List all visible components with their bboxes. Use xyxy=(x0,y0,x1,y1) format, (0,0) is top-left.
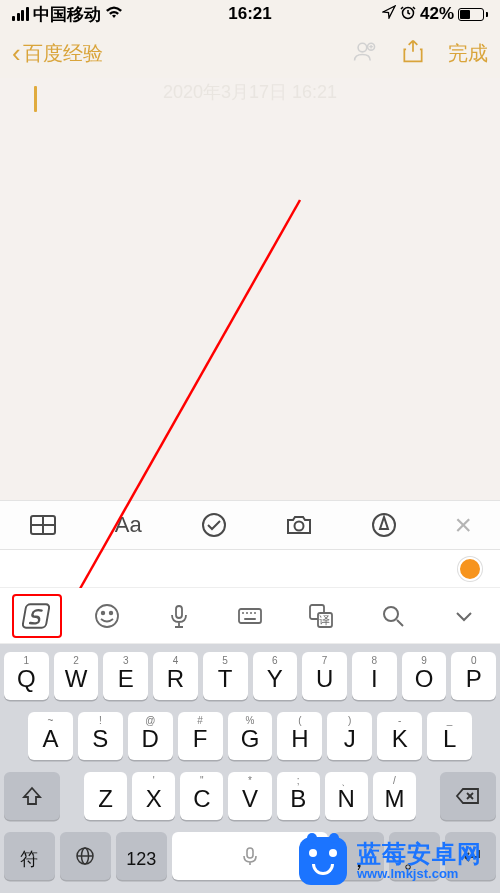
key-o[interactable]: 9O xyxy=(402,652,447,700)
key-g[interactable]: %G xyxy=(228,712,273,760)
key-s[interactable]: !S xyxy=(78,712,123,760)
symbol-key[interactable]: 符 xyxy=(4,832,55,880)
table-icon[interactable] xyxy=(28,510,58,540)
key-p[interactable]: 0P xyxy=(451,652,496,700)
battery-icon xyxy=(458,8,488,21)
key-i[interactable]: 8I xyxy=(352,652,397,700)
key-r[interactable]: 4R xyxy=(153,652,198,700)
checklist-icon[interactable] xyxy=(199,510,229,540)
backspace-key[interactable] xyxy=(440,772,496,820)
key-h[interactable]: (H xyxy=(277,712,322,760)
key-j[interactable]: )J xyxy=(327,712,372,760)
keyboard: 1Q2W3E4R5T6Y7U8I9O0P ~A!S@D#F%G(H)J-K_L … xyxy=(0,644,500,893)
alarm-icon xyxy=(400,4,416,25)
emoji-picker-button[interactable] xyxy=(71,602,142,630)
nav-bar: ‹ 百度经验 完成 xyxy=(0,28,500,78)
key-a[interactable]: ~A xyxy=(28,712,73,760)
key-u[interactable]: 7U xyxy=(302,652,347,700)
svg-point-11 xyxy=(96,605,118,627)
key-b[interactable]: ;B xyxy=(277,772,320,820)
globe-key[interactable] xyxy=(60,832,111,880)
emoji-suggestion-strip[interactable] xyxy=(0,550,500,588)
key-l[interactable]: _L xyxy=(427,712,472,760)
number-key[interactable]: 123 xyxy=(116,832,167,880)
camera-icon[interactable] xyxy=(284,510,314,540)
key-q[interactable]: 1Q xyxy=(4,652,49,700)
location-icon xyxy=(382,4,396,24)
battery-percent: 42% xyxy=(420,4,454,24)
key-f[interactable]: #F xyxy=(178,712,223,760)
key-n[interactable]: 、N xyxy=(325,772,368,820)
collapse-keyboard-button[interactable] xyxy=(429,602,500,630)
emoji-suggestion-icon[interactable] xyxy=(458,557,482,581)
svg-point-1 xyxy=(358,43,367,52)
keyboard-row-3: Z'X"C*V;B、N/M xyxy=(4,772,496,820)
chevron-left-icon: ‹ xyxy=(12,40,21,66)
back-button[interactable]: ‹ 百度经验 xyxy=(12,40,103,67)
format-toolbar: Aa × xyxy=(0,500,500,550)
key-w[interactable]: 2W xyxy=(54,652,99,700)
note-date-meta: 2020年3月17日 16:21 xyxy=(163,80,337,104)
svg-text:译: 译 xyxy=(319,614,330,626)
key-v[interactable]: *V xyxy=(228,772,271,820)
text-cursor xyxy=(34,86,37,112)
key-z[interactable]: Z xyxy=(84,772,127,820)
svg-rect-15 xyxy=(239,609,261,623)
status-bar: 中国移动 16:21 42% xyxy=(0,0,500,28)
keyboard-layout-button[interactable] xyxy=(214,602,285,630)
carrier-label: 中国移动 xyxy=(33,3,101,26)
svg-point-7 xyxy=(203,514,225,536)
search-button[interactable] xyxy=(357,602,428,630)
share-button[interactable] xyxy=(400,38,426,68)
svg-rect-14 xyxy=(176,606,182,618)
key-c[interactable]: "C xyxy=(180,772,223,820)
text-format-icon[interactable]: Aa xyxy=(113,510,143,540)
translate-button[interactable]: 译 xyxy=(286,602,357,630)
close-toolbar-button[interactable]: × xyxy=(454,508,472,542)
svg-point-24 xyxy=(384,607,398,621)
done-button[interactable]: 完成 xyxy=(448,40,488,67)
shift-key[interactable] xyxy=(4,772,60,820)
key-y[interactable]: 6Y xyxy=(253,652,298,700)
keyboard-row-2: ~A!S@D#F%G(H)J-K_L xyxy=(4,712,496,760)
markup-icon[interactable] xyxy=(369,510,399,540)
svg-point-8 xyxy=(294,522,303,531)
svg-line-25 xyxy=(397,620,403,626)
return-key[interactable] xyxy=(445,832,496,880)
cellular-signal-icon xyxy=(12,7,29,21)
svg-rect-31 xyxy=(247,848,253,858)
keyboard-row-1: 1Q2W3E4R5T6Y7U8I9O0P xyxy=(4,652,496,700)
note-editor-area[interactable]: 2020年3月17日 16:21 xyxy=(0,78,500,500)
svg-point-13 xyxy=(110,611,113,614)
keyboard-row-4: 符 123 ， 。 xyxy=(4,832,496,880)
status-time: 16:21 xyxy=(228,4,271,24)
key-k[interactable]: -K xyxy=(377,712,422,760)
voice-input-button[interactable] xyxy=(143,602,214,630)
period-key[interactable]: 。 xyxy=(389,832,440,880)
space-key[interactable] xyxy=(172,832,329,880)
svg-point-12 xyxy=(102,611,105,614)
key-m[interactable]: /M xyxy=(373,772,416,820)
key-e[interactable]: 3E xyxy=(103,652,148,700)
comma-key[interactable]: ， xyxy=(333,832,384,880)
wifi-icon xyxy=(105,4,123,24)
ime-toolbar: 译 xyxy=(0,588,500,644)
key-x[interactable]: 'X xyxy=(132,772,175,820)
key-t[interactable]: 5T xyxy=(203,652,248,700)
add-collaborator-button[interactable] xyxy=(352,38,378,68)
back-label: 百度经验 xyxy=(23,40,103,67)
key-d[interactable]: @D xyxy=(128,712,173,760)
